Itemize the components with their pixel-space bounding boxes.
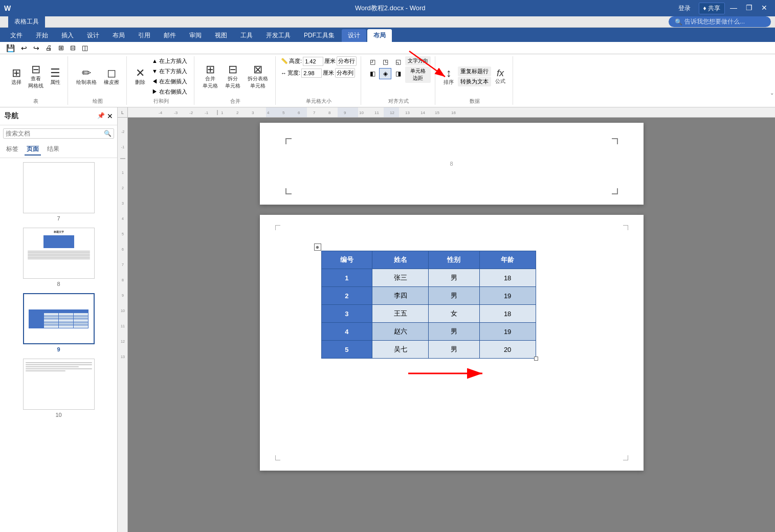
ribbon-group-table-content: ⊞ 选择 ⊟ 查看 网格线 ☰ 属性 (8, 56, 63, 97)
qa-save[interactable]: 💾 (4, 43, 17, 53)
tab-design-tbl[interactable]: 设计 (342, 29, 366, 42)
page8-image (43, 235, 74, 248)
ribbon-group-alignment: ◰ ◳ ◱ ◧ ◈ ◨ 文字方向 单元格 边距 对齐方式 (362, 56, 435, 105)
doc-table: 编号 姓名 性别 年龄 1 张三 男 (321, 251, 536, 359)
ribbon-btn-insert-right[interactable]: ▶ 在右侧插入 (149, 87, 190, 97)
tab-file[interactable]: 文件 (4, 29, 29, 42)
minimize-button[interactable]: — (727, 3, 740, 13)
align-tr-btn[interactable]: ◱ (392, 56, 404, 68)
ribbon-btn-formula[interactable]: fx 公式 (492, 66, 508, 87)
ribbon-btn-select[interactable]: ⊞ 选择 (8, 65, 25, 88)
align-mr-btn[interactable]: ◨ (392, 68, 404, 79)
svg-text:4: 4 (122, 217, 124, 220)
qa-redo[interactable]: ↪ (31, 43, 41, 53)
nav-tab-pages[interactable]: 页面 (25, 144, 41, 156)
align-tc-btn[interactable]: ◳ (379, 56, 391, 68)
width-input[interactable] (301, 69, 322, 78)
nav-search[interactable]: 🔍 (3, 128, 114, 139)
close-button[interactable]: ✕ (758, 3, 771, 13)
svg-text:13: 13 (121, 355, 125, 359)
tab-insert[interactable]: 插入 (55, 29, 80, 42)
ribbon-btn-delete[interactable]: ✕ 删除 (132, 65, 148, 88)
ribbon-btn-merge-cells[interactable]: ⊞ 合并 单元格 (200, 62, 221, 92)
ribbon-expand-btn[interactable]: ⌄ (770, 90, 774, 96)
nav-tab-results[interactable]: 结果 (45, 144, 61, 156)
ribbon-btn-repeat-header[interactable]: 重复标题行 (458, 66, 491, 76)
ribbon-btn-eraser[interactable]: ◻ 橡皮擦 (101, 65, 122, 88)
tab-pdf[interactable]: PDF工具集 (298, 29, 341, 42)
qa-print[interactable]: 🖨 (43, 43, 54, 53)
tab-view[interactable]: 视图 (209, 29, 233, 42)
table-resize-handle[interactable] (534, 357, 538, 361)
tl2 (28, 252, 90, 253)
nav-search-icon: 🔍 (104, 130, 112, 137)
tab-ref[interactable]: 引用 (132, 29, 157, 42)
qa-b4[interactable]: ◫ (80, 43, 90, 53)
distribute-cols-btn[interactable]: 分布列 (335, 68, 355, 78)
qa-undo[interactable]: ↩ (19, 43, 29, 53)
doc-scroll[interactable]: 8 ⊕ 编 (128, 118, 775, 532)
ribbon-btn-insert-left[interactable]: ◀ 在左侧插入 (149, 77, 190, 86)
ribbon-btn-split-cells[interactable]: ⊟ 拆分 单元格 (222, 62, 243, 92)
td-name-5: 吴七 (372, 341, 429, 359)
ribbon-group-alignment-content: ◰ ◳ ◱ ◧ ◈ ◨ 文字方向 单元格 边距 (366, 56, 431, 97)
ribbon-group-cell-size: 📏 高度: 厘米 分布行 ↔ 宽度: 厘米 分布列 单元格大小 (277, 56, 361, 105)
tl3 (28, 254, 90, 255)
tab-devtools[interactable]: 开发工具 (260, 29, 297, 42)
ribbon-group-data: ↕ 排序 重复标题行 转换为文本 fx 公式 数据 (436, 56, 513, 105)
qa-b2[interactable]: ⊞ (56, 43, 66, 53)
insert-right-icon: ▶ (152, 88, 158, 95)
ribbon-btn-insert-below[interactable]: ▼ 在下方插入 (149, 66, 190, 76)
nav-page-7[interactable]: 7 (4, 162, 113, 221)
nav-tab-tags[interactable]: 标签 (4, 144, 20, 156)
td-age-5: 20 (479, 341, 536, 359)
svg-text:3: 3 (252, 110, 254, 115)
tab-mail[interactable]: 邮件 (158, 29, 182, 42)
tab-review[interactable]: 审阅 (183, 29, 208, 42)
nav-page-10[interactable]: 10 (4, 359, 113, 418)
nav-search-input[interactable] (6, 130, 104, 137)
tab-tools[interactable]: 工具 (234, 29, 259, 42)
svg-text:16: 16 (451, 110, 456, 115)
p10-l1 (26, 362, 92, 363)
ribbon-btn-sort[interactable]: ↕ 排序 (440, 65, 457, 88)
v-ruler-svg: -2 -1 1 2 3 4 5 6 7 8 9 10 11 1 (118, 118, 128, 527)
align-grid: ◰ ◳ ◱ ◧ ◈ ◨ (366, 56, 404, 83)
tab-home[interactable]: 开始 (30, 29, 54, 42)
align-buttons-row1: ◰ ◳ ◱ ◧ ◈ ◨ 文字方向 单元格 边距 (366, 56, 431, 83)
table-move-handle[interactable]: ⊕ (314, 243, 321, 251)
ribbon-btn-draw-table[interactable]: ✏ 绘制表格 (73, 65, 100, 88)
nav-page-8[interactable]: 标题文字 8 (4, 228, 113, 287)
table-tools-bar: 表格工具 🔍 告诉我您想要做什么... (0, 16, 775, 28)
td-num-4: 4 (321, 323, 372, 341)
cell-margin-btn[interactable]: 单元格 边距 (405, 66, 431, 83)
search-bar[interactable]: 🔍 告诉我您想要做什么... (669, 16, 771, 27)
distribute-rows-btn[interactable]: 分布行 (337, 56, 357, 66)
align-ml-btn[interactable]: ◧ (366, 68, 379, 79)
ribbon-btn-insert-above[interactable]: ▲ 在上方插入 (149, 56, 190, 66)
align-mc-btn[interactable]: ◈ (379, 68, 391, 79)
th-age: 年龄 (479, 251, 536, 269)
ribbon-btn-convert[interactable]: 转换为文本 (458, 77, 491, 86)
nav-pin-btn[interactable]: 📌 (97, 112, 105, 120)
tab-design[interactable]: 设计 (81, 29, 105, 42)
main-area: 导航 📌 ✕ 🔍 标签 页面 结果 7 (0, 107, 775, 532)
tab-layout-tbl[interactable]: 布局 (367, 29, 392, 42)
qa-b3[interactable]: ⊟ (68, 43, 78, 53)
tab-layout-doc[interactable]: 布局 (106, 29, 131, 42)
share-button[interactable]: ♦ 共享 (699, 3, 725, 14)
nav-page-9[interactable]: 9 (4, 293, 113, 352)
ribbon-btn-split-table[interactable]: ⊠ 拆分表格 单元格 (245, 62, 271, 92)
ribbon-btn-properties[interactable]: ☰ 属性 (47, 65, 63, 88)
align-tl-btn[interactable]: ◰ (366, 56, 379, 68)
split-cells-icon: ⊟ (228, 64, 237, 75)
nav-close-btn[interactable]: ✕ (107, 112, 113, 120)
search-icon: 🔍 (675, 18, 682, 26)
text-direction-btn[interactable]: 文字方向 (405, 56, 431, 65)
svg-text:8: 8 (328, 110, 331, 115)
height-input[interactable] (303, 57, 323, 66)
restore-button[interactable]: ❐ (742, 3, 756, 13)
ribbon-btn-gridlines[interactable]: ⊟ 查看 网格线 (26, 62, 46, 92)
login-button[interactable]: 登录 (674, 3, 695, 14)
svg-text:9: 9 (122, 294, 124, 297)
